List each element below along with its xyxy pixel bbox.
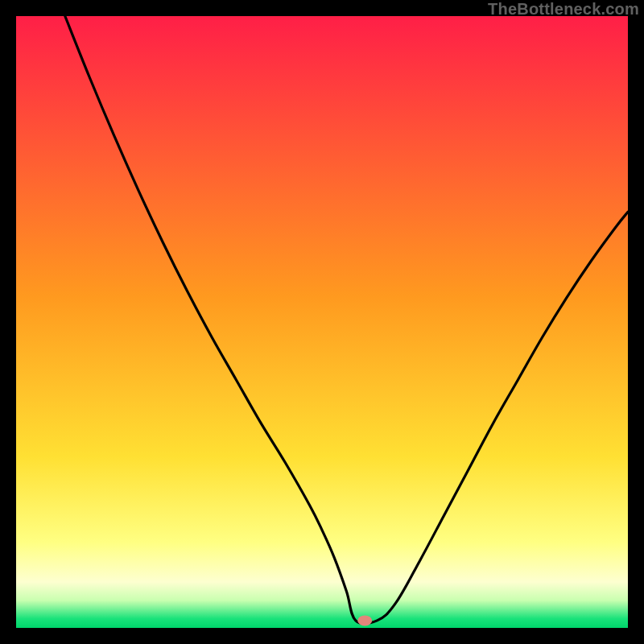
chart-container: TheBottleneck.com (0, 0, 644, 644)
bottleneck-chart (16, 16, 628, 628)
gradient-backdrop (16, 16, 628, 628)
optimal-point-marker (357, 615, 372, 625)
